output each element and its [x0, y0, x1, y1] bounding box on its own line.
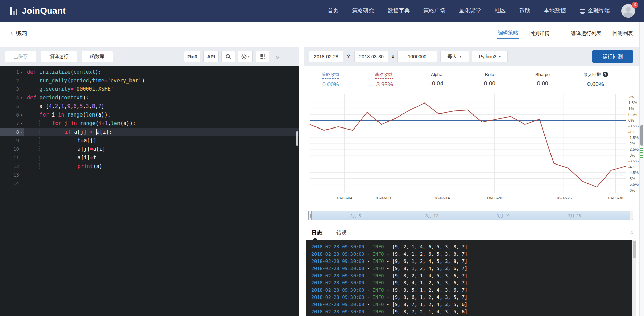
log-scrollbar[interactable]	[633, 241, 636, 258]
log-tab-错误[interactable]: 错误	[336, 230, 347, 236]
y-tick-label: 1.5%	[628, 101, 637, 105]
code-text: a=[4,2,1,9,6,5,3,8,7]	[24, 102, 299, 111]
fold-marker-icon[interactable]: ▾	[19, 68, 24, 76]
tab-回测详情[interactable]: 回测详情	[529, 28, 550, 39]
nav-item-数据字典[interactable]: 数据字典	[388, 7, 410, 14]
code-line-13[interactable]: 13	[0, 171, 299, 179]
toolbar-text-tools: 2to3API	[184, 51, 219, 62]
code-token: time	[92, 77, 104, 84]
tab-编辑策略[interactable]: 编辑策略	[497, 27, 519, 39]
capital-input[interactable]	[397, 51, 437, 62]
code-token	[27, 129, 39, 135]
editor-scrollbar[interactable]	[296, 131, 298, 146]
line-gutter: 6▾	[0, 111, 24, 119]
search-button[interactable]	[221, 51, 235, 62]
fold-marker-icon[interactable]: ▾	[19, 94, 24, 102]
code-line-14[interactable]: 14	[0, 179, 299, 188]
code-line-10[interactable]: 10 a[j]=a[i]	[0, 145, 299, 154]
line-number: 12	[0, 162, 19, 171]
code-token: g.security	[39, 86, 70, 92]
tool-2to3[interactable]: 2to3	[184, 51, 201, 62]
log-tab-日志[interactable]: 日志	[312, 230, 322, 236]
joinquant-logo[interactable]: JoinQuant	[10, 6, 66, 16]
nav-item-金融终端[interactable]: 金融终端	[580, 7, 610, 14]
log-tabs: 日志错误«	[304, 224, 639, 240]
nav-item-策略广场[interactable]: 策略广场	[423, 7, 445, 14]
fold-marker-icon[interactable]: ▾	[19, 119, 24, 128]
toolbar-button-已保存[interactable]: 已保存	[5, 51, 36, 62]
code-line-8[interactable]: 8▾ if a[j] > a[i]:	[0, 128, 299, 136]
fold-marker-icon[interactable]: ▾	[19, 128, 24, 136]
expand-panel-button[interactable]: »	[275, 52, 279, 61]
nav-item-本地数据[interactable]: 本地数据	[544, 7, 566, 14]
tab-回测列表[interactable]: 回测列表	[612, 28, 634, 39]
code-line-6[interactable]: 6▾ for i in range(len(a)):	[0, 111, 299, 119]
y-tick-label: -4%	[628, 165, 635, 169]
code-token: 2	[55, 103, 58, 109]
code-editor[interactable]: 1▾def initialize(context):2 run_daily(pe…	[0, 66, 299, 316]
log-level: INFO	[373, 258, 384, 264]
code-line-12[interactable]: 12 print(a)	[0, 162, 299, 171]
run-backtest-button[interactable]: 运行回测	[592, 50, 633, 63]
tool-API[interactable]: API	[203, 51, 218, 62]
slider-right-handle[interactable]	[630, 211, 633, 220]
log-line: 2018-02-28 09:30:00 - INFO - [9, 2, 1, 4…	[311, 243, 636, 251]
page-scrollbar[interactable]	[640, 125, 643, 146]
code-line-7[interactable]: 7▾ for j in range(i+1,len(a)):	[0, 119, 299, 128]
nav-item-策略研究[interactable]: 策略研究	[352, 7, 374, 14]
code-line-1[interactable]: 1▾def initialize(context):	[0, 68, 299, 76]
y-tick-label: -1%	[628, 130, 635, 134]
fold-marker-icon	[19, 179, 24, 188]
log-output[interactable]: 2018-02-28 09:30:00 - INFO - [9, 2, 1, 4…	[306, 240, 636, 316]
nav-item-量化课堂[interactable]: 量化课堂	[459, 7, 481, 14]
settings-button[interactable]: ▾	[238, 51, 253, 62]
code-text: for j in range(i+1,len(a)):	[24, 119, 299, 128]
y-tick-label: -6%	[628, 188, 635, 192]
help-icon[interactable]: ?	[603, 72, 608, 77]
end-date-input[interactable]	[354, 51, 388, 62]
line-number: 9	[0, 136, 19, 145]
log-timestamp: 2018-02-28 09:30:00	[311, 273, 364, 278]
toolbar-button-函数库[interactable]: 函数库	[82, 51, 113, 62]
tab-divider	[560, 30, 560, 37]
frequency-select[interactable]: 每天 ▾	[440, 51, 469, 62]
log-line: 2018-02-28 09:30:00 - INFO - [9, 4, 1, 2…	[311, 251, 636, 258]
code-token: for	[52, 120, 61, 126]
logo-bars-icon	[10, 7, 18, 15]
line-gutter: 14	[0, 179, 24, 188]
code-line-9[interactable]: 9 t=a[j]	[0, 136, 299, 145]
code-line-5[interactable]: 5 a=[4,2,1,9,6,5,3,8,7]	[0, 102, 299, 111]
user-avatar[interactable]: 3	[621, 4, 635, 18]
code-line-3[interactable]: 3 g.security='000001.XSHE'	[0, 85, 299, 94]
y-tick-label: -3%	[628, 153, 635, 157]
code-text: print(a)	[24, 162, 299, 171]
breadcrumb-back[interactable]: ‹ 练习	[10, 29, 27, 37]
line-number: 1	[0, 68, 19, 76]
tab-编译运行列表[interactable]: 编译运行列表	[570, 28, 602, 39]
toolbar-button-编译运行[interactable]: 编译运行	[41, 51, 77, 62]
code-line-11[interactable]: 11 a[i]=t	[0, 154, 299, 162]
range-slider[interactable]: 3月 53月 123月 193月 26	[308, 211, 633, 220]
code-line-4[interactable]: 4▾def period(context):	[0, 94, 299, 102]
language-select[interactable]: Python3 ▾	[472, 51, 508, 62]
code-line-2[interactable]: 2 run_daily(period,time='every_bar')	[0, 76, 299, 85]
nav-item-社区[interactable]: 社区	[495, 7, 506, 14]
nav-item-帮助[interactable]: 帮助	[519, 7, 530, 14]
code-token: period	[70, 77, 89, 84]
fold-marker-icon	[19, 145, 24, 154]
metric-value: 0.00	[463, 80, 516, 87]
metric-alpha: Alpha-0.04	[410, 71, 463, 88]
log-line: 2018-02-28 09:30:00 - INFO - [9, 8, 6, 1…	[311, 294, 636, 301]
collapse-log-icon[interactable]: «	[629, 231, 636, 235]
start-date-input[interactable]	[309, 51, 343, 62]
y-tick-label: 0%	[628, 118, 634, 122]
snippets-button[interactable]	[256, 51, 269, 62]
metric-beta: Beta0.00	[463, 71, 516, 88]
fold-marker-icon[interactable]: ▾	[19, 111, 24, 119]
line-gutter: 5	[0, 102, 24, 111]
log-timestamp: 2018-02-28 09:30:00	[311, 244, 364, 250]
code-token: context	[61, 95, 83, 101]
code-token: run_daily	[39, 77, 67, 84]
slider-left-handle[interactable]	[308, 211, 312, 220]
nav-item-首页[interactable]: 首页	[327, 7, 338, 14]
